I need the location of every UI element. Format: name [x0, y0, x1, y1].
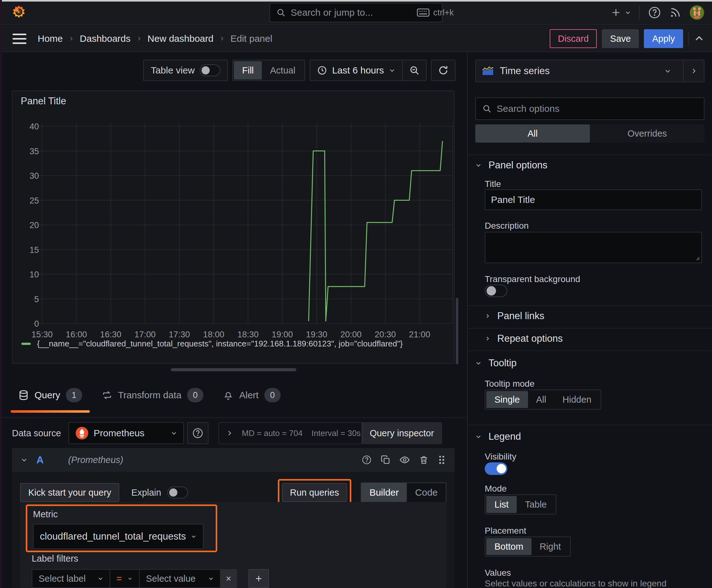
apply-button[interactable]: Apply	[644, 29, 683, 48]
discard-button[interactable]: Discard	[550, 29, 597, 48]
legend-swatch	[21, 343, 31, 345]
breadcrumb-edit-panel: Edit panel	[231, 33, 272, 44]
datasource-label: Data source	[12, 428, 61, 439]
tab-transform-data[interactable]: Transform data 0	[94, 385, 211, 405]
global-search[interactable]: ctrl+k	[269, 3, 443, 22]
tooltip-header[interactable]: Tooltip	[475, 357, 705, 369]
legend-mode-list[interactable]: List	[486, 496, 517, 513]
legend-label: Legend	[489, 431, 521, 442]
metric-highlight: Metric cloudflared_tunnel_total_requests	[26, 504, 217, 552]
toggle-visibility-icon[interactable]	[399, 455, 410, 465]
user-avatar[interactable]	[689, 5, 705, 20]
search-input[interactable]	[291, 7, 412, 18]
tab-transform-label: Transform data	[118, 390, 181, 400]
tab-overrides[interactable]: Overrides	[590, 124, 705, 143]
collapse-pane-button[interactable]	[694, 33, 705, 44]
viz-suggestions-button[interactable]	[683, 60, 704, 82]
builder-option[interactable]: Builder	[361, 483, 407, 502]
chevron-right-icon	[485, 313, 490, 319]
resize-grip-icon[interactable]	[694, 255, 700, 261]
new-menu-button[interactable]	[611, 7, 631, 18]
tooltip-mode-hidden[interactable]: Hidden	[555, 391, 600, 408]
kick-start-button[interactable]: Kick start your query	[20, 483, 119, 502]
remove-filter-button[interactable]	[221, 570, 236, 587]
transparent-background-toggle[interactable]	[485, 285, 507, 297]
title-label: Title	[485, 179, 501, 189]
run-queries-button[interactable]: Run queries	[282, 483, 347, 502]
time-range-picker[interactable]: Last 6 hours	[310, 60, 402, 80]
legend-placement-right[interactable]: Right	[532, 538, 569, 555]
menu-toggle-button[interactable]	[13, 34, 26, 44]
explain-toggle[interactable]	[167, 486, 188, 499]
breadcrumb-new-dashboard[interactable]: New dashboard	[148, 33, 214, 44]
zoom-out-button[interactable]	[403, 60, 426, 80]
svg-text:18:30: 18:30	[237, 330, 259, 339]
svg-text:0: 0	[34, 319, 39, 329]
search-icon	[276, 8, 286, 17]
timeseries-chart[interactable]: 051015202530354015:3016:0016:3017:0017:3…	[13, 107, 454, 343]
query-editor-card: A (Prometheus) Kic	[12, 448, 455, 588]
drag-handle-icon[interactable]	[438, 455, 446, 465]
pane-resize-handle[interactable]	[171, 368, 296, 371]
panel-options-header[interactable]: Panel options	[475, 160, 705, 171]
breadcrumb-dashboards[interactable]: Dashboards	[80, 33, 131, 44]
delete-query-icon[interactable]	[419, 455, 429, 465]
panel-links-header[interactable]: Panel links	[485, 310, 705, 322]
scrollbar-thumb[interactable]	[456, 298, 458, 364]
table-view-toggle[interactable]	[200, 64, 220, 76]
breadcrumb-home[interactable]: Home	[38, 33, 63, 44]
description-textarea[interactable]	[485, 232, 702, 263]
svg-text:30: 30	[29, 171, 39, 181]
panel-toolbar: Table view Fill Actual Last 6 hours	[143, 60, 455, 81]
chevron-down-icon	[127, 576, 132, 581]
save-button[interactable]: Save	[602, 29, 639, 48]
query-inspector-button[interactable]: Query inspector	[362, 422, 442, 444]
help-button[interactable]	[648, 6, 661, 19]
options-search-input[interactable]	[497, 103, 697, 114]
shortcut-hint: ctrl+k	[417, 8, 454, 18]
chevron-down-icon[interactable]	[21, 456, 28, 463]
grafana-logo-icon[interactable]	[11, 4, 26, 19]
tooltip-mode-all[interactable]: All	[528, 391, 555, 408]
select-label-dropdown[interactable]: Select label	[33, 570, 110, 587]
datasource-help-button[interactable]	[187, 422, 209, 444]
tab-alert[interactable]: Alert 0	[215, 385, 288, 405]
news-rss-button[interactable]	[669, 6, 681, 19]
code-option[interactable]: Code	[407, 483, 446, 502]
tooltip-mode-single[interactable]: Single	[486, 391, 528, 408]
query-row-header[interactable]: A (Prometheus)	[12, 448, 455, 472]
tab-all[interactable]: All	[475, 124, 590, 143]
query-help-icon[interactable]	[362, 455, 372, 465]
legend-mode-table[interactable]: Table	[517, 496, 555, 513]
legend-placement-bottom[interactable]: Bottom	[486, 538, 532, 555]
tab-query[interactable]: Query 1	[11, 385, 90, 405]
legend-placement-label: Placement	[485, 526, 526, 536]
add-filter-button[interactable]	[248, 569, 269, 588]
svg-text:10: 10	[29, 270, 39, 279]
panel-title[interactable]: Panel Title	[21, 96, 66, 107]
visualization-picker[interactable]: Time series	[475, 60, 705, 82]
bell-icon	[223, 390, 234, 400]
actual-option[interactable]: Actual	[262, 61, 304, 80]
legend-series-label[interactable]: {__name__="cloudflared_tunnel_total_requ…	[37, 339, 403, 349]
chevron-right-icon	[68, 36, 74, 41]
chevron-down-icon	[475, 434, 481, 440]
query-datasource-hint: (Prometheus)	[68, 455, 123, 465]
chevron-right-icon[interactable]	[226, 430, 233, 437]
datasource-picker[interactable]: Prometheus	[68, 422, 184, 444]
metric-select[interactable]: cloudflared_tunnel_total_requests	[33, 524, 203, 549]
fill-option[interactable]: Fill	[234, 61, 262, 80]
operator-dropdown[interactable]: =	[110, 570, 140, 587]
select-value-dropdown[interactable]: Select value	[140, 570, 221, 587]
legend-visibility-toggle[interactable]	[485, 462, 507, 475]
panel-title-input[interactable]	[485, 189, 702, 210]
legend-header[interactable]: Legend	[475, 431, 705, 442]
refresh-button[interactable]	[432, 60, 455, 80]
metric-value: cloudflared_tunnel_total_requests	[40, 531, 186, 542]
chevron-down-icon	[664, 67, 671, 75]
table-view-label: Table view	[151, 65, 195, 76]
duplicate-query-icon[interactable]	[381, 455, 390, 465]
repeat-options-header[interactable]: Repeat options	[485, 333, 705, 344]
options-search[interactable]	[475, 97, 705, 120]
select-label-placeholder: Select label	[39, 573, 92, 584]
